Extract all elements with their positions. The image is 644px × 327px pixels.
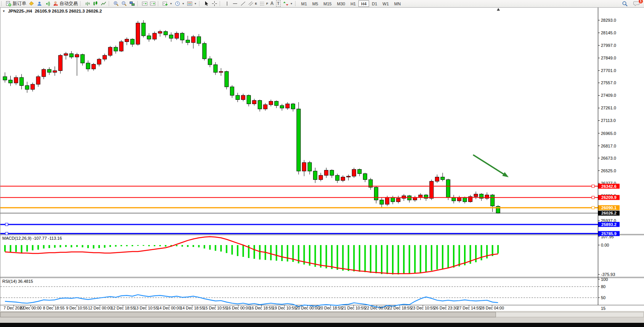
tile-windows-icon	[129, 1, 135, 6]
h-scrollbar-thumb[interactable]	[0, 312, 496, 317]
zoom-in-button[interactable]	[112, 0, 120, 7]
chat-button[interactable]: 1	[632, 0, 641, 7]
svg-text:8 Dec 00:00: 8 Dec 00:00	[20, 306, 42, 310]
timeframe-H4-button[interactable]: H4	[358, 0, 369, 7]
text-button[interactable]: A	[269, 0, 275, 7]
vertical-line-button[interactable]	[223, 0, 231, 7]
fibonacci-button[interactable]: F	[258, 0, 269, 7]
community-button[interactable]	[35, 0, 43, 7]
templates-button[interactable]: ▼	[186, 0, 198, 7]
candle	[47, 69, 51, 72]
candle	[258, 101, 262, 109]
svg-text:26965.0: 26965.0	[601, 131, 616, 136]
candle	[42, 69, 46, 77]
autotrading-button[interactable]: 自动交易	[51, 0, 79, 7]
candle	[25, 85, 29, 89]
macd-label: MACD(12,26,9) -107.77 -113.16	[2, 236, 62, 240]
svg-text:12 Dec 18:55: 12 Dec 18:55	[111, 306, 135, 310]
candle	[280, 106, 284, 108]
signals-button[interactable]	[43, 0, 51, 7]
horizontal-line-button[interactable]	[231, 0, 239, 7]
channel-button[interactable]: E	[247, 0, 258, 7]
search-button[interactable]	[621, 0, 629, 7]
candle	[208, 59, 212, 65]
candle	[64, 54, 68, 55]
metaeditor-button[interactable]	[27, 0, 35, 7]
chart-shift-button[interactable]	[149, 0, 157, 7]
candle	[324, 170, 328, 175]
zoom-in-icon	[113, 1, 119, 6]
candle	[491, 195, 495, 206]
chart-canvas[interactable]: 28293.028145.027997.027849.027701.027557…	[0, 0, 644, 327]
svg-text:28 Dec 04:00: 28 Dec 04:00	[480, 306, 504, 310]
timeframe-H1-button[interactable]: H1	[348, 0, 358, 7]
svg-text:26342.6: 26342.6	[601, 184, 617, 189]
timeframe-M15-button[interactable]: M15	[321, 0, 334, 7]
new-order-icon	[6, 1, 11, 6]
candlestick-button[interactable]	[92, 0, 100, 7]
candle	[202, 43, 206, 59]
svg-text:26673.0: 26673.0	[601, 156, 616, 160]
arrows-button[interactable]: ▼	[282, 0, 294, 7]
toolbar-grip	[1, 1, 3, 6]
svg-text:80: 80	[601, 284, 605, 289]
community-icon	[37, 1, 42, 6]
candlestick-icon	[93, 1, 98, 6]
hline-handle[interactable]	[592, 196, 594, 199]
candle	[319, 175, 323, 180]
line-chart-button[interactable]	[100, 0, 108, 7]
candle	[236, 95, 239, 99]
candle	[452, 197, 456, 201]
candle	[219, 72, 223, 72]
text-label-button[interactable]: T	[275, 0, 282, 7]
zoom-out-button[interactable]	[120, 0, 128, 7]
new-order-button[interactable]: 新订单	[5, 0, 27, 7]
candle	[352, 169, 356, 176]
svg-text:14 Dec 00:00: 14 Dec 00:00	[157, 306, 181, 310]
auto-scroll-button[interactable]	[141, 0, 149, 7]
toolbar-grip	[199, 1, 201, 6]
candle	[263, 105, 267, 109]
hline-handle[interactable]	[592, 206, 594, 209]
candle	[80, 54, 84, 63]
candle	[153, 33, 156, 39]
periods-button[interactable]: ▼	[173, 0, 186, 7]
crosshair-button[interactable]	[210, 0, 218, 7]
metaeditor-icon	[29, 1, 34, 6]
svg-text:26525.0: 26525.0	[601, 168, 616, 173]
dropdown-arrow-icon: ▼	[290, 2, 293, 5]
timeframe-MN-button[interactable]: MN	[392, 0, 403, 7]
timeframe-D1-button[interactable]: D1	[369, 0, 380, 7]
tile-windows-button[interactable]	[128, 0, 136, 7]
svg-text:25785.9: 25785.9	[601, 231, 617, 236]
candle	[430, 181, 434, 199]
candle	[391, 197, 395, 202]
hline-handle[interactable]	[5, 223, 8, 226]
timeframe-M30-button[interactable]: M30	[334, 0, 348, 7]
svg-text:100: 100	[601, 277, 608, 282]
candle	[186, 40, 190, 43]
bar-chart-button[interactable]	[84, 0, 92, 7]
svg-text:20 Dec 00:00: 20 Dec 00:00	[296, 306, 320, 310]
timeframe-W1-button[interactable]: W1	[380, 0, 392, 7]
hline-handle[interactable]	[5, 232, 8, 235]
symbol-dropdown-icon[interactable]: ▼	[2, 10, 5, 13]
cursor-button[interactable]	[202, 0, 210, 7]
timeframe-M5-button[interactable]: M5	[310, 0, 321, 7]
candle	[53, 71, 57, 72]
candle	[330, 170, 334, 175]
time-axis[interactable]: 7 Dec 20228 Dec 00:008 Dec 18:559 Dec 10…	[3, 305, 504, 310]
templates-icon	[187, 1, 193, 6]
signals-icon	[45, 1, 50, 6]
ohlc-values: 26105.9 26120.5 26021.3 26026.2	[35, 9, 102, 13]
hline-handle[interactable]	[592, 185, 594, 188]
timeframe-M1-button[interactable]: M1	[299, 0, 310, 7]
candle	[313, 171, 317, 180]
candle	[291, 104, 295, 109]
candle	[36, 77, 40, 84]
indicators-button[interactable]: ▼	[161, 0, 173, 7]
arrows-icon	[283, 1, 289, 6]
autotrading-label: 自动交易	[59, 0, 78, 7]
autotrading-icon	[53, 1, 58, 6]
trendline-button[interactable]	[239, 0, 247, 7]
